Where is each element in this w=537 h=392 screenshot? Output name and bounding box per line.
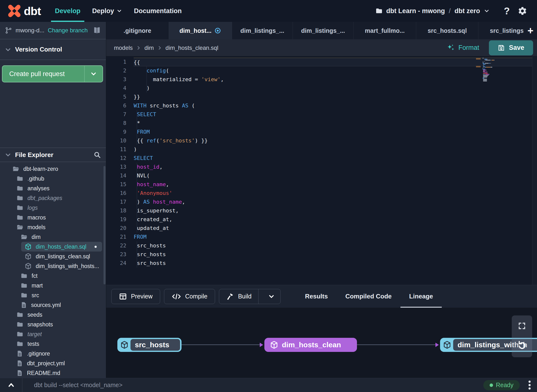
- gear-icon[interactable]: [518, 6, 527, 16]
- code-line-7: 7 SELECT: [106, 110, 537, 119]
- tree-item-models[interactable]: models: [0, 222, 106, 232]
- refresh-icon[interactable]: [516, 340, 528, 351]
- line-content: SELECT: [134, 154, 537, 163]
- tab-dim-listings[interactable]: dim_listings_...: [293, 22, 354, 39]
- main-nav: DevelopDeployDocumentation: [49, 0, 188, 22]
- command-bar-toggle[interactable]: [0, 378, 22, 392]
- save-disk-icon: [498, 44, 505, 52]
- lineage-node-src-hosts[interactable]: src_hosts: [117, 338, 182, 352]
- file-explorer-header[interactable]: File Explorer: [0, 148, 106, 162]
- change-branch-link[interactable]: Change branch: [48, 27, 88, 34]
- pr-dropdown-caret[interactable]: [85, 66, 103, 82]
- tree-item-label: .gitignore: [27, 350, 50, 357]
- tree-item-dim-listings-clean-sql[interactable]: dim_listings_clean.sql: [0, 252, 106, 261]
- folder-open-icon: [16, 224, 24, 231]
- folder-icon: [16, 311, 24, 318]
- code-editor[interactable]: 1{{2 config(3 materialized = 'view',4 )5…: [106, 56, 537, 285]
- save-button[interactable]: Save: [489, 40, 533, 55]
- folder-icon: [16, 194, 24, 202]
- logo-text: dbt: [24, 4, 41, 18]
- new-tab-button[interactable]: +: [524, 22, 537, 39]
- tree-item-snapshots[interactable]: snapshots: [0, 320, 106, 329]
- docs-book-icon[interactable]: [93, 26, 101, 35]
- tree-item-dim-hosts-clean-sql[interactable]: dim_hosts_clean.sql: [21, 242, 102, 252]
- tree-item-macros[interactable]: macros: [0, 213, 106, 222]
- tree-item-dim-listings-with-hosts[interactable]: dim_listings_with_hosts...: [0, 261, 106, 271]
- tree-item-github[interactable]: .github: [0, 174, 106, 183]
- breadcrumb-segment-dim-hosts-clean-sql[interactable]: dim_hosts_clean.sql: [165, 44, 218, 51]
- tree-item-label: tests: [27, 341, 39, 347]
- tree-item-dbt-packages[interactable]: dbt_packages: [0, 193, 106, 203]
- line-content: *: [134, 119, 537, 128]
- editor-tabs: .gitignoredim_host...dim_listings_...dim…: [106, 22, 537, 39]
- preview-button[interactable]: Preview: [111, 289, 160, 304]
- folder-open-icon: [12, 165, 19, 173]
- line-number: 5: [106, 93, 134, 101]
- unsaved-circle-dot-icon: [214, 27, 221, 34]
- panel-tab-lineage[interactable]: Lineage: [400, 285, 442, 308]
- breadcrumb-segment-models[interactable]: models: [114, 44, 133, 51]
- project-name: dbt zero: [455, 7, 480, 15]
- panel-tab-results[interactable]: Results: [296, 285, 337, 308]
- nav-item-documentation[interactable]: Documentation: [128, 0, 188, 22]
- branch-name: mwong-d...: [16, 27, 44, 34]
- tree-item-target[interactable]: target: [0, 329, 106, 339]
- fullscreen-icon[interactable]: [518, 322, 526, 330]
- line-number: 2: [106, 66, 134, 75]
- tab-label: dim_host...: [180, 27, 212, 34]
- project-picker[interactable]: dbt Learn - mwong / dbt zero: [375, 7, 490, 15]
- build-button[interactable]: Build: [219, 289, 281, 304]
- breadcrumb: modelsdimdim_hosts_clean.sql: [114, 44, 218, 51]
- breadcrumb-segment-dim[interactable]: dim: [144, 44, 154, 51]
- line-number: 15: [106, 180, 134, 189]
- node-label: src_hosts: [130, 339, 180, 351]
- panel-tab-compiled-code[interactable]: Compiled Code: [337, 285, 400, 308]
- tree-item-readme-md[interactable]: README.md: [0, 368, 106, 378]
- file-icon: [16, 360, 23, 367]
- tree-item-analyses[interactable]: analyses: [0, 183, 106, 193]
- tree-item-label: snapshots: [27, 321, 53, 328]
- top-navbar: dbt DevelopDeployDocumentation dbt Learn…: [0, 0, 537, 22]
- tree-item-logs[interactable]: logs: [0, 203, 106, 213]
- tree-item-seeds[interactable]: seeds: [0, 310, 106, 320]
- compile-button[interactable]: Compile: [164, 289, 215, 304]
- nav-item-deploy[interactable]: Deploy: [86, 0, 128, 22]
- tree-item-dbt-learn-zero[interactable]: dbt-learn-zero: [0, 164, 106, 174]
- line-number: 11: [106, 145, 134, 154]
- chevron-down-icon: [116, 8, 122, 14]
- line-number: 6: [106, 101, 134, 110]
- editor-scrollbar[interactable]: [532, 56, 537, 285]
- tree-item-gitignore[interactable]: .gitignore: [0, 349, 106, 358]
- help-icon[interactable]: ?: [493, 6, 514, 17]
- tree-item-label: dim_listings_clean.sql: [36, 253, 90, 260]
- tree-item-label: sources.yml: [31, 302, 61, 308]
- tree-item-mart[interactable]: mart: [0, 281, 106, 290]
- tab-mart-fullmo[interactable]: mart_fullmo...: [354, 22, 416, 39]
- nav-item-develop[interactable]: Develop: [49, 0, 86, 22]
- tree-item-src[interactable]: src: [0, 290, 106, 300]
- version-control-header[interactable]: Version Control: [0, 39, 106, 60]
- sidebar-scrollbar[interactable]: [104, 166, 105, 284]
- tree-item-sources-yml[interactable]: sources.yml: [0, 300, 106, 310]
- tab-src-hosts-sql[interactable]: src_hosts.sql: [416, 22, 478, 39]
- tab-gitignore[interactable]: .gitignore: [106, 22, 169, 39]
- nav-item-label: Develop: [55, 7, 80, 15]
- create-pull-request-button[interactable]: Create pull request: [2, 65, 103, 82]
- line-number: 7: [106, 110, 134, 119]
- code-line-20: 20 updated_at: [106, 224, 537, 233]
- tree-item-label: README.md: [27, 370, 60, 376]
- kebab-menu-icon[interactable]: [526, 379, 533, 391]
- tree-item-dim[interactable]: dim: [0, 232, 106, 242]
- lineage-node-dim-hosts-clean[interactable]: dim_hosts_clean: [264, 338, 357, 352]
- format-button[interactable]: Format: [444, 44, 482, 52]
- code-line-10: 10 {{ ref('src_hosts') }}: [106, 136, 537, 145]
- tree-item-dbt-project-yml[interactable]: dbt_project.yml: [0, 358, 106, 368]
- tree-item-fct[interactable]: fct: [0, 271, 106, 281]
- tab-dim-listings[interactable]: dim_listings_...: [232, 22, 293, 39]
- build-dropdown-caret[interactable]: [262, 289, 280, 304]
- tab-dim-host[interactable]: dim_host...: [169, 22, 232, 39]
- search-icon[interactable]: [93, 151, 101, 159]
- command-input[interactable]: dbt build --select <model_name>: [22, 382, 122, 389]
- tree-item-tests[interactable]: tests: [0, 339, 106, 349]
- button-label: Compile: [185, 293, 208, 300]
